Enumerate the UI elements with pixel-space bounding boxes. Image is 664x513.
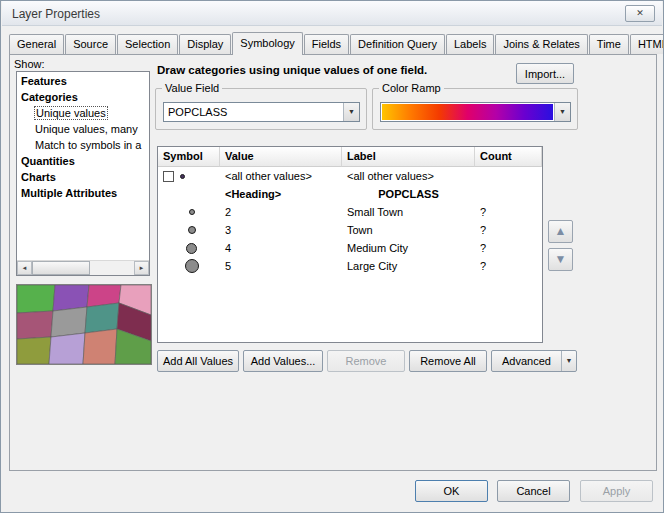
- layer-properties-dialog: Layer Properties ✕ GeneralSourceSelectio…: [0, 0, 664, 513]
- value-cell: <Heading>: [220, 188, 342, 200]
- tab-labels[interactable]: Labels: [446, 34, 494, 54]
- color-ramp-preview: [382, 104, 553, 120]
- point-symbol-icon: [189, 209, 195, 215]
- show-item-label: Unique values, many: [35, 123, 138, 135]
- import-button[interactable]: Import...: [516, 63, 574, 84]
- show-item-label: Categories: [21, 91, 78, 103]
- column-header-label[interactable]: Label: [342, 147, 475, 167]
- chevron-down-icon: ▼: [348, 108, 355, 115]
- count-cell: ?: [475, 206, 542, 218]
- show-item-label: Charts: [21, 171, 56, 183]
- show-item-label: Unique values: [34, 106, 108, 120]
- map-preview: [16, 284, 152, 365]
- add-all-values-button[interactable]: Add All Values: [157, 350, 239, 372]
- value-field-dropdown-button[interactable]: ▼: [343, 103, 359, 121]
- value-cell: <all other values>: [220, 170, 342, 182]
- remove-all-button[interactable]: Remove All: [409, 350, 487, 372]
- color-ramp-dropdown-button[interactable]: ▼: [554, 103, 570, 121]
- add-values-button[interactable]: Add Values...: [243, 350, 323, 372]
- value-field-label: Value Field: [162, 82, 222, 94]
- column-header-count[interactable]: Count: [475, 147, 542, 167]
- count-cell: ?: [475, 224, 542, 236]
- symbol-cell: [158, 209, 220, 215]
- symbol-row-3[interactable]: 3Town?: [158, 221, 542, 239]
- count-cell: ?: [475, 242, 542, 254]
- show-item-match-to-symbols-in-a[interactable]: Match to symbols in a: [17, 137, 149, 153]
- close-button[interactable]: ✕: [625, 5, 655, 22]
- symbol-cell: [158, 171, 220, 182]
- tab-general[interactable]: General: [9, 34, 64, 54]
- scroll-right-button[interactable]: ►: [134, 261, 149, 275]
- symbol-cell: [158, 243, 220, 254]
- panel-description: Draw categories using unique values of o…: [157, 64, 513, 76]
- symbol-row-4[interactable]: 4Medium City?: [158, 239, 542, 257]
- show-tree: FeaturesCategoriesUnique valuesUnique va…: [17, 73, 149, 260]
- show-item-features[interactable]: Features: [17, 73, 149, 89]
- point-symbol-icon: [185, 259, 199, 273]
- tab-time[interactable]: Time: [589, 34, 629, 54]
- label-cell: <all other values>: [342, 170, 475, 182]
- close-icon: ✕: [636, 8, 644, 18]
- value-field-select[interactable]: POPCLASS ▼: [163, 102, 360, 122]
- tab-display[interactable]: Display: [179, 34, 231, 54]
- symbol-row-2[interactable]: 2Small Town?: [158, 203, 542, 221]
- show-listbox: FeaturesCategoriesUnique valuesUnique va…: [16, 71, 150, 276]
- show-item-charts[interactable]: Charts: [17, 169, 149, 185]
- color-ramp-select[interactable]: ▼: [380, 102, 571, 122]
- show-item-unique-values-many[interactable]: Unique values, many: [17, 121, 149, 137]
- scroll-left-button[interactable]: ◄: [17, 261, 32, 275]
- symbol-cell: [158, 259, 220, 273]
- scrollbar-thumb[interactable]: [32, 261, 90, 275]
- advanced-button[interactable]: Advanced ▼: [491, 350, 577, 372]
- show-item-multiple-attributes[interactable]: Multiple Attributes: [17, 185, 149, 201]
- advanced-menu-caret-icon: ▼: [561, 351, 576, 371]
- ok-button[interactable]: OK: [415, 480, 488, 502]
- symbol-cell: [158, 226, 220, 234]
- show-item-quantities[interactable]: Quantities: [17, 153, 149, 169]
- tab-html-popup[interactable]: HTML Popup: [630, 34, 664, 54]
- tab-source[interactable]: Source: [65, 34, 116, 54]
- symbol-row-all-other-values[interactable]: <all other values><all other values>: [158, 167, 542, 185]
- show-item-label: Multiple Attributes: [21, 187, 117, 199]
- advanced-button-label: Advanced: [492, 351, 561, 371]
- value-cell: 5: [220, 260, 342, 272]
- point-symbol-icon: [180, 174, 185, 179]
- symbol-table-header: SymbolValueLabelCount: [158, 147, 542, 167]
- color-ramp-group: Color Ramp ▼: [372, 88, 578, 130]
- move-up-button[interactable]: ▲: [548, 220, 573, 243]
- symbol-row-5[interactable]: 5Large City?: [158, 257, 542, 275]
- apply-button: Apply: [580, 480, 653, 502]
- scroll-left-icon: ◄: [22, 265, 28, 271]
- value-field-value: POPCLASS: [168, 103, 227, 121]
- show-item-unique-values[interactable]: Unique values: [17, 105, 149, 121]
- horizontal-scrollbar: ◄ ►: [17, 260, 149, 275]
- symbol-table: SymbolValueLabelCount <all other values>…: [157, 146, 543, 343]
- all-other-values-checkbox[interactable]: [163, 171, 174, 182]
- label-cell: POPCLASS: [342, 188, 475, 200]
- chevron-down-icon: ▼: [559, 108, 566, 115]
- value-field-group: Value Field POPCLASS ▼: [155, 88, 367, 130]
- column-header-symbol[interactable]: Symbol: [158, 147, 220, 167]
- window-title: Layer Properties: [12, 7, 100, 21]
- cancel-button[interactable]: Cancel: [497, 480, 570, 502]
- tab-joins-relates[interactable]: Joins & Relates: [495, 34, 587, 54]
- show-label: Show:: [14, 58, 45, 70]
- symbol-table-body: <all other values><all other values><Hea…: [158, 167, 542, 275]
- point-symbol-icon: [188, 226, 196, 234]
- symbol-row-heading[interactable]: <Heading>POPCLASS: [158, 185, 542, 203]
- tab-symbology[interactable]: Symbology: [232, 32, 302, 55]
- tab-definition-query[interactable]: Definition Query: [350, 34, 445, 54]
- remove-button: Remove: [327, 350, 405, 372]
- scroll-right-icon: ►: [139, 265, 145, 271]
- show-item-categories[interactable]: Categories: [17, 89, 149, 105]
- show-item-label: Match to symbols in a: [35, 139, 141, 151]
- point-symbol-icon: [186, 243, 197, 254]
- show-item-label: Features: [21, 75, 67, 87]
- show-item-label: Quantities: [21, 155, 75, 167]
- column-header-value[interactable]: Value: [220, 147, 342, 167]
- tab-fields[interactable]: Fields: [304, 34, 349, 54]
- move-down-button[interactable]: ▼: [548, 248, 573, 271]
- symbology-tab-page: Show: FeaturesCategoriesUnique valuesUni…: [9, 54, 657, 471]
- color-ramp-label: Color Ramp: [379, 82, 444, 94]
- tab-selection[interactable]: Selection: [117, 34, 178, 54]
